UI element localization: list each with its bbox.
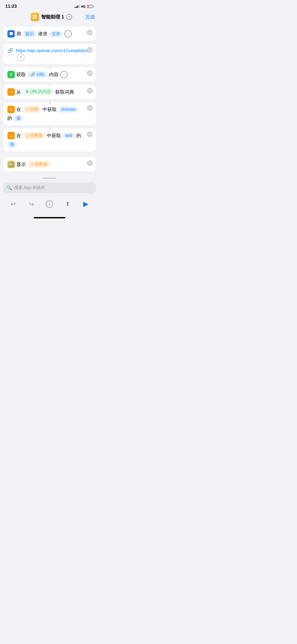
battery-icon [87,5,94,8]
card-4-label-from: 从 [16,89,21,95]
card-4-token-url-content[interactable]: ⬇ URL的内容 [23,88,54,95]
card-7-show: 🔤 显示 ◻ 词典值 ✕ [3,157,96,172]
card-1-label-yong: 用 [16,31,21,37]
content-area: 💬 用 提示 请求 文本 › ✕ 🔗 https://api.openai.co… [0,24,99,177]
app-icon [31,13,39,21]
dict-icon-4: ◻ [7,88,15,96]
redo-button[interactable]: ↪ [26,199,37,210]
status-bar: 11:23 4G [0,0,99,11]
svg-rect-1 [35,15,37,17]
card-5-token-dict[interactable]: ◻ 词典 [23,106,41,113]
close-button-5[interactable]: ✕ [87,105,93,111]
download-icon: ⬇ [7,71,15,78]
undo-icon: ↩ [11,200,16,208]
play-button[interactable]: ▶ [80,199,91,210]
chevron-down-icon[interactable]: ▾ [66,14,72,20]
card-1-request-text: 💬 用 提示 请求 文本 › ✕ [3,26,96,41]
card-1-label-request: 请求 [38,31,48,37]
card-5-label-getval: 中获取 [43,106,57,113]
card-6-token-text[interactable]: text [63,132,75,139]
card-6-label-in: 在 [16,132,21,139]
card-3-token-url[interactable]: 🔗 URL [27,71,48,78]
card-5-label-de: 的 [7,115,12,121]
card-5-get-choices: ◻ 在 ◻ 词典 中获取 choices 的 值 ✕ [3,102,96,126]
home-bar [34,217,65,218]
dict-icon-6: ◻ [7,132,15,139]
card-6-token-value[interactable]: 值 [7,141,17,148]
nav-title-area: 智能助理 1 ▾ [31,13,72,21]
card-6-label-de: 的 [76,132,81,139]
svg-rect-3 [35,17,37,19]
link-icon: 🔗 [7,48,13,53]
play-icon: ▶ [83,200,88,208]
home-indicator [0,215,99,220]
card-1-token-text[interactable]: 文本 [49,30,63,38]
card-5-content: ◻ 在 ◻ 词典 中获取 choices 的 值 [7,106,92,122]
expand-icon[interactable]: › [64,30,72,38]
network-type: 4G [81,4,86,8]
redo-icon: ↪ [29,200,34,208]
svg-rect-0 [33,15,35,17]
card-1-content: 💬 用 提示 请求 文本 › [7,30,92,38]
add-param-button[interactable]: + [17,54,24,61]
card-3-label-get: 获取 [16,71,26,78]
toolbar: ↩ ↪ i ⬆ ▶ [0,195,99,215]
close-button-2[interactable]: ✕ [87,47,93,53]
card-4-content: ◻ 从 ⬇ URL的内容 获取词典 [7,88,92,96]
done-button[interactable]: 完成 [85,14,95,20]
svg-rect-2 [33,17,35,19]
expand-icon-3[interactable]: › [60,71,68,78]
nav-title: 智能助理 1 [41,14,64,20]
card-7-token-dictval[interactable]: ◻ 词典值 [27,161,50,168]
card-5-token-choices[interactable]: choices [58,106,78,113]
card-4-label-getdict: 获取词典 [55,89,74,95]
share-button[interactable]: ⬆ [62,199,73,210]
close-button-3[interactable]: ✕ [87,70,93,76]
undo-button[interactable]: ↩ [8,199,19,210]
card-3-label-content: 内容 [49,71,59,78]
share-icon: ⬆ [65,201,70,208]
card-6-content: ◻ 在 ◻ 词典值 中获取 text 的 值 [7,132,92,148]
search-bar-container: 🔍 搜索 App 和操作 [0,180,99,195]
card-7-content: 🔤 显示 ◻ 词典值 [7,161,92,168]
card-6-get-text: ◻ 在 ◻ 词典值 中获取 text 的 值 ✕ [3,128,96,152]
search-placeholder: 搜索 App 和操作 [14,185,45,191]
card-1-token-prompt[interactable]: 提示 [23,30,36,38]
close-button-7[interactable]: ✕ [87,160,93,166]
card-6-token-dictval[interactable]: ◻ 词典值 [23,132,45,139]
chat-icon: 💬 [7,30,15,38]
dict-icon-5: ◻ [7,106,15,113]
search-bar[interactable]: 🔍 搜索 App 和操作 [3,182,96,193]
close-button-4[interactable]: ✕ [87,88,93,94]
card-6-label-getval: 中获取 [47,132,61,139]
card-2-url: 🔗 https://api.openai.com/v1/completions … [3,44,96,65]
search-icon: 🔍 [7,185,12,190]
nav-bar: 智能助理 1 ▾ 完成 [0,11,99,24]
close-button-1[interactable]: ✕ [87,30,93,35]
card-5-label-in: 在 [16,106,21,113]
scroll-handle [0,178,99,179]
card-3-content: ⬇ 获取 🔗 URL 内容 › [7,71,92,78]
card-5-token-value[interactable]: 值 [14,115,23,122]
status-icons: 4G [75,4,94,8]
close-button-6[interactable]: ✕ [87,131,93,137]
status-time: 11:23 [5,4,17,9]
url-text[interactable]: https://api.openai.com/v1/completions [16,48,91,53]
info-circle-icon: i [46,200,53,208]
info-button[interactable]: i [44,199,55,210]
card-7-label-show: 显示 [16,161,26,168]
signal-bars-icon [75,5,79,8]
show-icon: 🔤 [7,161,15,168]
